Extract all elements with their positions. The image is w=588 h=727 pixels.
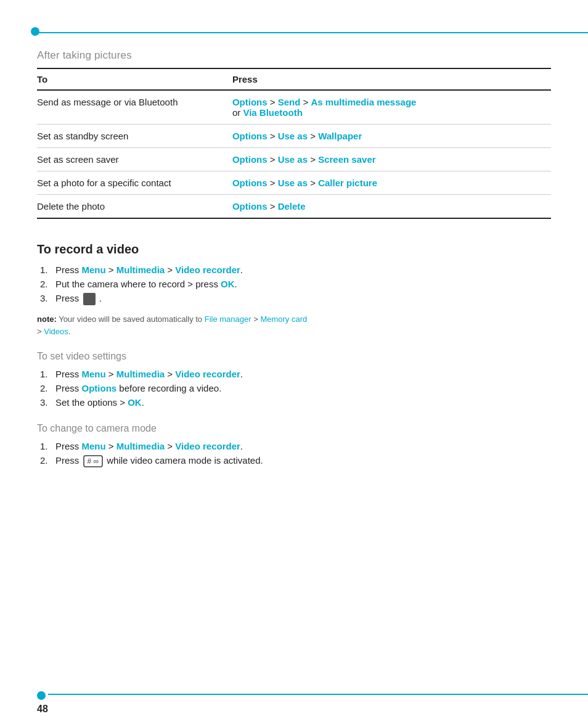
delete-label: Delete <box>278 201 306 212</box>
video-settings-heading: To set video settings <box>37 351 551 362</box>
table-cell-action: Delete the photo <box>37 195 232 219</box>
options-label: Options <box>232 154 267 165</box>
videos-link: Videos <box>44 327 68 336</box>
top-line <box>37 32 588 33</box>
table-cell-press: Options > Use as > Wallpaper <box>232 125 551 148</box>
table-cell-action: Set as screen saver <box>37 148 232 171</box>
hash-icon: # ∞ <box>83 455 104 467</box>
page-number: 48 <box>37 704 48 715</box>
table-cell-action: Set as standby screen <box>37 125 232 148</box>
section-video-settings: To set video settings 1. Press Menu > Mu… <box>37 351 551 409</box>
memory-card-link: Memory card <box>260 314 307 324</box>
section-title-after-taking: After taking pictures <box>37 49 551 62</box>
use-as-label: Use as <box>278 131 308 141</box>
list-item: 2. Put the camera where to record > pres… <box>55 277 551 291</box>
table-header-press: Press <box>232 68 551 90</box>
list-item: 3. Press . <box>55 291 551 307</box>
file-manager-link: File manager <box>205 314 251 324</box>
ok-label: OK <box>128 397 142 408</box>
list-number: 2. <box>40 279 48 289</box>
table-cell-press: Options > Use as > Caller picture <box>232 171 551 195</box>
table-cell-action: Send as message or via Bluetooth <box>37 90 232 125</box>
via-bluetooth-label: Via Bluetooth <box>243 107 302 118</box>
list-number: 3. <box>40 293 48 303</box>
list-number: 1. <box>40 265 48 275</box>
options-label: Options <box>232 178 267 188</box>
send-label: Send <box>278 97 301 107</box>
table-row: Set a photo for a specific contact Optio… <box>37 171 551 195</box>
camera-mode-heading: To change to camera mode <box>37 423 551 434</box>
table-header-to: To <box>37 68 232 90</box>
table-cell-action: Set a photo for a specific contact <box>37 171 232 195</box>
options-label: Options <box>232 201 267 212</box>
options-label: Options <box>232 131 267 141</box>
table-cell-press: Options > Use as > Screen saver <box>232 148 551 171</box>
table-cell-press: Options > Send > As multimedia messageor… <box>232 90 551 125</box>
list-item: 1. Press Menu > Multimedia > Video recor… <box>55 263 551 277</box>
bottom-line <box>48 694 588 695</box>
list-number: 2. <box>40 455 48 466</box>
list-item: 3. Set the options > OK. <box>55 395 551 409</box>
list-item: 1. Press Menu > Multimedia > Video recor… <box>55 367 551 381</box>
list-number: 1. <box>40 441 48 451</box>
caller-picture-label: Caller picture <box>318 178 377 188</box>
video-recorder-label: Video recorder <box>175 369 240 379</box>
use-as-label: Use as <box>278 178 308 188</box>
screen-saver-label: Screen saver <box>318 154 375 165</box>
info-table: To Press Send as message or via Bluetoot… <box>37 68 551 219</box>
use-as-label: Use as <box>278 154 308 165</box>
multimedia-label: Multimedia <box>116 369 165 379</box>
options-label: Options <box>82 383 117 393</box>
list-item: 2. Press # ∞ while video camera mode is … <box>55 453 551 469</box>
section-camera-mode: To change to camera mode 1. Press Menu >… <box>37 423 551 469</box>
bottom-dot <box>37 691 46 700</box>
ok-label: OK <box>221 279 235 289</box>
video-recorder-label: Video recorder <box>175 265 240 275</box>
record-icon <box>83 293 96 305</box>
video-recorder-label: Video recorder <box>175 441 240 451</box>
top-dot <box>31 27 39 36</box>
list-number: 3. <box>40 397 48 408</box>
video-settings-steps: 1. Press Menu > Multimedia > Video recor… <box>37 367 551 409</box>
menu-label: Menu <box>82 369 106 379</box>
list-item: 2. Press Options before recording a vide… <box>55 381 551 395</box>
wallpaper-label: Wallpaper <box>318 131 362 141</box>
list-number: 1. <box>40 369 48 379</box>
list-item: 1. Press Menu > Multimedia > Video recor… <box>55 439 551 453</box>
multimedia-label: Multimedia <box>116 265 165 275</box>
as-multimedia-label: As multimedia message <box>311 97 416 107</box>
note-paragraph: note: Your video will be saved automatic… <box>37 313 551 337</box>
section-after-taking-pictures: After taking pictures To Press Send as m… <box>37 49 551 219</box>
record-video-heading: To record a video <box>37 242 551 257</box>
menu-label: Menu <box>82 441 106 451</box>
section-record-video: To record a video 1. Press Menu > Multim… <box>37 242 551 337</box>
menu-label: Menu <box>82 265 106 275</box>
table-cell-press: Options > Delete <box>232 195 551 219</box>
camera-mode-steps: 1. Press Menu > Multimedia > Video recor… <box>37 439 551 469</box>
list-number: 2. <box>40 383 48 393</box>
multimedia-label: Multimedia <box>116 441 165 451</box>
record-video-steps: 1. Press Menu > Multimedia > Video recor… <box>37 263 551 307</box>
table-row: Delete the photo Options > Delete <box>37 195 551 219</box>
table-row: Set as screen saver Options > Use as > S… <box>37 148 551 171</box>
options-label: Options <box>232 97 267 107</box>
table-row: Send as message or via Bluetooth Options… <box>37 90 551 125</box>
note-label: note: <box>37 314 57 324</box>
table-row: Set as standby screen Options > Use as >… <box>37 125 551 148</box>
